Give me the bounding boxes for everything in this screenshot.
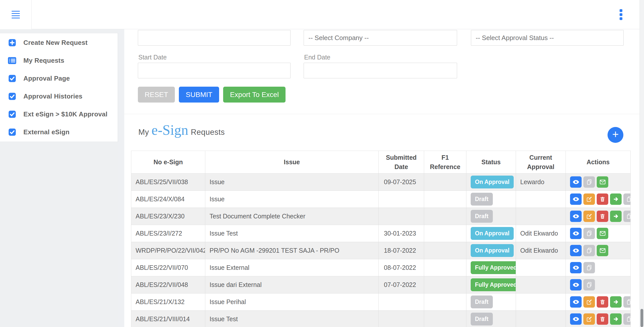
cell-status: On Approval	[466, 242, 516, 259]
forward-button[interactable]	[610, 296, 622, 308]
end-date-input[interactable]	[304, 63, 457, 78]
forward-button[interactable]	[610, 211, 622, 222]
arrow-right-icon	[613, 196, 619, 202]
forward-button[interactable]	[610, 313, 622, 325]
table-row: ABL/ES/22/VII/070Issue External08-07-202…	[131, 259, 631, 276]
eye-icon	[573, 179, 579, 185]
edit-button[interactable]	[583, 211, 595, 222]
view-button[interactable]	[570, 279, 582, 290]
view-button[interactable]	[570, 228, 582, 239]
copy-button[interactable]	[583, 228, 595, 239]
cell-status: Fully Approved	[466, 259, 516, 276]
cell-actions	[566, 259, 631, 276]
cell-no-esign: ABL/ES/21/X/132	[131, 293, 205, 311]
copy-button[interactable]	[583, 176, 595, 188]
export-to-excel-button[interactable]: Export To Excel	[223, 87, 286, 103]
sidebar-item-create-new-request[interactable]: Create New Request	[0, 34, 118, 52]
copy-button[interactable]	[583, 262, 595, 273]
cell-no-esign: WRDP/PR/PO/22/VII/042	[131, 242, 205, 259]
cell-f1-reference	[424, 208, 466, 225]
sidebar-item-my-requests[interactable]: My Requests	[0, 52, 118, 70]
sidebar-item-approval-page[interactable]: Approval Page	[0, 70, 118, 87]
view-button[interactable]	[570, 211, 582, 222]
plus-square-icon	[8, 39, 16, 47]
status-badge: On Approval	[471, 244, 514, 257]
view-button[interactable]	[570, 262, 582, 273]
cell-issue: Test Document Complete Checker	[205, 208, 379, 225]
sidebar-item-label: Create New Request	[23, 39, 88, 47]
list-icon	[8, 57, 16, 64]
copy-button[interactable]	[623, 313, 631, 325]
cell-actions	[566, 174, 631, 191]
view-button[interactable]	[570, 245, 582, 256]
column-header: F1 Reference	[424, 151, 466, 174]
cell-current-approval	[516, 191, 566, 208]
start-date-input[interactable]	[138, 63, 291, 78]
view-button[interactable]	[570, 176, 582, 188]
cell-actions	[566, 208, 631, 225]
table-row: ABL/ES/21/X/132Issue PerihalDraft	[131, 293, 631, 311]
kebab-menu-button[interactable]	[620, 9, 622, 20]
status-badge: Fully Approved	[471, 261, 516, 274]
edit-icon	[586, 299, 592, 305]
sidebar-item-approval-histories[interactable]: Approval Histories	[0, 87, 118, 105]
sidebar-item-ext-esign-10k-approval[interactable]: Ext eSign > $10K Approval	[0, 105, 118, 123]
table-row: ABL/ES/22/VII/048Issue dari External07-0…	[131, 276, 631, 293]
reset-button[interactable]: RESET	[138, 87, 175, 103]
add-request-button[interactable]: +	[608, 127, 623, 143]
send-mail-button[interactable]	[597, 245, 608, 256]
table-row: ABL/ES/24/X/084IssueDraft	[131, 191, 631, 208]
edit-button[interactable]	[583, 313, 595, 325]
send-mail-button[interactable]	[597, 228, 608, 239]
copy-button[interactable]	[583, 245, 595, 256]
delete-button[interactable]	[597, 296, 608, 308]
action-buttons	[570, 279, 628, 290]
sidebar-item-label: Approval Histories	[23, 92, 83, 100]
scrollbar-thumb[interactable]	[640, 309, 643, 327]
kebab-dot	[620, 13, 622, 16]
action-buttons	[570, 211, 628, 222]
text-filter-input[interactable]	[138, 30, 291, 46]
view-button[interactable]	[570, 313, 582, 325]
cell-issue: Issue Perihal	[205, 293, 379, 311]
cell-f1-reference	[424, 225, 466, 242]
filter-buttons: RESET SUBMIT Export To Excel	[138, 87, 286, 103]
cell-no-esign: ABL/ES/22/VII/070	[131, 259, 205, 276]
sidebar-toggle-button[interactable]	[0, 0, 32, 29]
delete-button[interactable]	[597, 211, 608, 222]
check-square-icon	[8, 128, 16, 136]
company-select[interactable]: -- Select Company --	[304, 30, 457, 46]
view-button[interactable]	[570, 193, 582, 205]
delete-button[interactable]	[597, 313, 608, 325]
cell-no-esign: ABL/ES/24/X/084	[131, 191, 205, 208]
cell-actions	[566, 191, 631, 208]
view-button[interactable]	[570, 296, 582, 308]
copy-icon	[586, 282, 592, 288]
edit-button[interactable]	[583, 296, 595, 308]
status-badge: Fully Approved	[471, 278, 516, 291]
cell-current-approval: Lewardo	[516, 174, 566, 191]
cell-actions	[566, 293, 631, 311]
eye-icon	[573, 196, 579, 203]
submit-button[interactable]: SUBMIT	[179, 87, 219, 103]
copy-button[interactable]	[623, 211, 631, 222]
delete-button[interactable]	[597, 193, 608, 205]
forward-button[interactable]	[610, 193, 622, 205]
cell-status: Draft	[466, 208, 516, 225]
copy-button[interactable]	[623, 193, 631, 205]
copy-button[interactable]	[583, 279, 595, 290]
table-row: ABL/ES/23/I/272Issue Test30-01-2023On Ap…	[131, 225, 631, 242]
vertical-scrollbar[interactable]	[639, 0, 644, 327]
company-select-value: -- Select Company --	[308, 34, 369, 42]
edit-button[interactable]	[583, 193, 595, 205]
cell-submitted-date: 08-07-2022	[379, 259, 424, 276]
action-buttons	[570, 313, 628, 325]
approval-status-select[interactable]: -- Select Approval Status --	[471, 30, 624, 46]
cell-no-esign: ABL/ES/23/X/230	[131, 208, 205, 225]
eye-icon	[573, 213, 579, 220]
send-mail-button[interactable]	[597, 176, 608, 188]
copy-button[interactable]	[623, 296, 631, 308]
cell-no-esign: ABL/ES/25/VII/038	[131, 174, 205, 191]
cell-status: Fully Approved	[466, 276, 516, 293]
sidebar-item-external-esign[interactable]: External eSign	[0, 123, 118, 141]
